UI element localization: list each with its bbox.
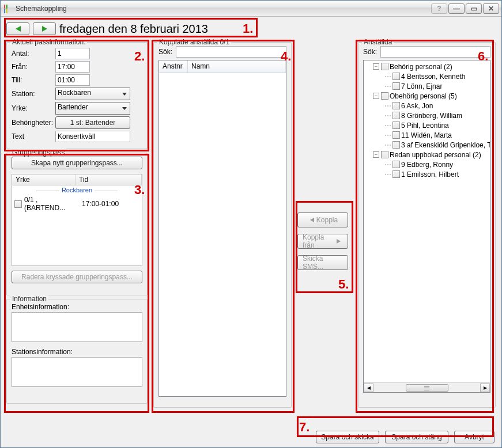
annotation-num-3: 3. (134, 183, 145, 198)
minimize-button[interactable]: — (448, 3, 465, 14)
annotation-num-4: 4. (281, 49, 291, 64)
help-button[interactable]: ? (431, 3, 447, 14)
annotation-num-5: 5. (338, 277, 349, 292)
close-button[interactable]: ✕ (483, 3, 499, 14)
client-area: fredagen den 8 februari 2013 Aktuell pas… (1, 17, 501, 447)
annotation-num-7: 7. (299, 420, 309, 435)
annotation-box-3 (4, 154, 149, 413)
annotation-box-1 (4, 18, 258, 37)
app-icon (3, 4, 12, 13)
annotation-num-6: 6. (478, 49, 488, 64)
annotation-box-4 (152, 40, 295, 413)
annotation-box-7 (297, 416, 494, 437)
annotation-box-2 (4, 40, 149, 151)
annotation-num-1: 1. (243, 21, 253, 36)
titlebar: Schemakoppling ? — ▭ ✕ (1, 1, 501, 17)
annotation-box-6 (356, 40, 494, 413)
app-window: Schemakoppling ? — ▭ ✕ fredagen den 8 fe… (0, 0, 502, 448)
maximize-button[interactable]: ▭ (466, 3, 482, 14)
window-title: Schemakoppling (16, 5, 431, 13)
annotation-num-2: 2. (134, 49, 145, 64)
window-buttons: ? — ▭ ✕ (431, 3, 499, 14)
